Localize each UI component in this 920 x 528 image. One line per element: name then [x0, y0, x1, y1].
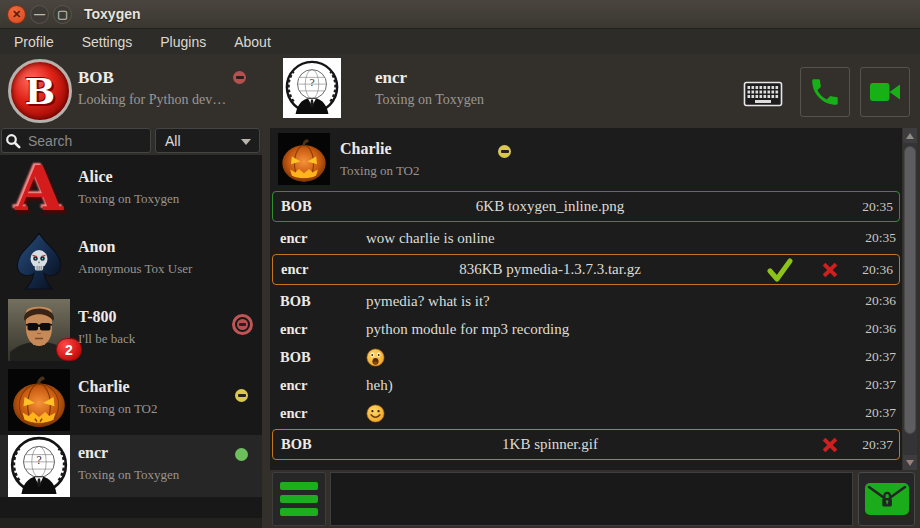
message-time: 20:37	[850, 405, 896, 421]
charlie-avatar	[8, 369, 70, 431]
video-camera-icon	[867, 74, 903, 110]
keyboard-icon	[743, 81, 783, 111]
file-transfer-label: 1KB spinner.gif	[367, 436, 733, 453]
chat-scrollbar[interactable]	[903, 128, 917, 470]
svg-text:?: ?	[36, 454, 42, 466]
message-sender: BOB	[280, 293, 366, 310]
filter-row: All	[0, 128, 262, 155]
search-input[interactable]	[1, 128, 151, 153]
alice-avatar: A	[8, 159, 70, 221]
attachment-menu-button[interactable]	[272, 472, 326, 526]
message-input[interactable]	[330, 472, 853, 526]
contact-filter-value: All	[165, 133, 181, 149]
message-time: 20:37	[850, 377, 896, 393]
toxygen-window: ✕ — ▢ Toxygen Profile Settings Plugins A…	[0, 0, 920, 528]
self-avatar-letter: B	[25, 70, 55, 112]
contact-status-message: Toxing on TO2	[78, 401, 158, 417]
peer-name: Charlie	[340, 140, 392, 158]
send-button[interactable]	[858, 472, 915, 526]
scroll-down-icon[interactable]	[903, 455, 917, 470]
message-text: pymedia? what is it?	[366, 293, 850, 310]
contact-name: Alice	[78, 168, 113, 186]
message-row: encr python module for mp3 recording 20:…	[270, 315, 902, 343]
minimize-icon[interactable]: —	[30, 5, 49, 24]
window-title: Toxygen	[84, 6, 141, 22]
message-row: encr wow charlie is online 20:35	[270, 224, 902, 252]
message-sender: BOB	[280, 349, 366, 366]
menu-plugins[interactable]: Plugins	[146, 34, 220, 50]
away-status-icon	[498, 145, 511, 158]
contact-status-message: Toxing on Toxygen	[78, 467, 179, 483]
message-text: python module for mp3 recording	[366, 321, 850, 338]
pumpkin-icon	[278, 133, 330, 185]
phone-icon	[808, 75, 842, 109]
self-status-message[interactable]: Looking for Python dev…	[78, 92, 226, 108]
contact-item-alice[interactable]: A Alice Toxing on Toxygen	[0, 155, 262, 225]
cancel-transfer-icon[interactable]	[819, 434, 841, 456]
peer-status-message: Toxing on TO2	[340, 163, 420, 179]
list-footer	[0, 518, 262, 528]
file-transfer-row: BOB 1KB spinner.gif 20:37	[272, 429, 900, 460]
pumpkin-icon	[8, 369, 70, 431]
encr-avatar: ?	[8, 435, 70, 497]
smile-smiley-icon	[366, 404, 385, 423]
scroll-up-icon[interactable]	[903, 128, 917, 143]
message-sender: encr	[280, 377, 366, 394]
header: B BOB Looking for Python dev… ? encr	[0, 54, 920, 128]
contact-status-message: Toxing on Toxygen	[78, 191, 179, 207]
file-transfer-row: BOB 6KB toxygen_inline.png 20:35	[272, 191, 900, 222]
message-row: encr heh) 20:37	[270, 371, 902, 399]
message-sender: encr	[281, 261, 367, 278]
message-sender: encr	[280, 321, 366, 338]
message-time: 20:37	[847, 437, 893, 453]
maximize-icon[interactable]: ▢	[53, 5, 72, 24]
contact-name: Anon	[78, 238, 115, 256]
contact-item-charlie[interactable]: Charlie Toxing on TO2	[0, 365, 262, 435]
contact-name: T-800	[78, 308, 117, 326]
close-icon[interactable]: ✕	[7, 5, 26, 24]
menu-settings[interactable]: Settings	[68, 34, 147, 50]
spade-skull-icon	[8, 229, 70, 291]
menu-about[interactable]: About	[220, 34, 285, 50]
message-time: 20:35	[847, 199, 893, 215]
encrypted-send-icon	[864, 482, 910, 516]
contact-list: A Alice Toxing on Toxygen	[0, 155, 262, 528]
hamburger-menu-icon	[280, 482, 318, 490]
self-busy-status-icon[interactable]	[233, 71, 246, 84]
contact-item-anon[interactable]: Anon Anonymous Tox User	[0, 225, 262, 295]
charlie-avatar	[278, 133, 330, 185]
search-box	[0, 128, 153, 155]
message-time: 20:37	[850, 349, 896, 365]
file-transfer-row: encr 836KB pymedia-1.3.7.3.tar.gz 20:36	[272, 254, 900, 285]
message-sender: BOB	[281, 436, 367, 453]
anonymous-mask-icon: ?	[283, 58, 341, 118]
menu-bar: Profile Settings Plugins About	[0, 29, 920, 54]
accept-transfer-icon[interactable]	[767, 258, 793, 282]
message-row: encr 20:37	[270, 399, 902, 427]
file-transfer-label: 6KB toxygen_inline.png	[367, 198, 733, 215]
audio-call-button[interactable]	[800, 67, 850, 117]
self-avatar[interactable]: B	[8, 59, 72, 123]
menu-profile[interactable]: Profile	[0, 34, 68, 50]
decline-transfer-icon[interactable]	[819, 259, 841, 281]
message-text: wow charlie is online	[366, 230, 850, 247]
contact-filter-dropdown[interactable]: All	[155, 128, 260, 153]
self-name[interactable]: BOB	[78, 68, 114, 88]
active-chat-avatar: ?	[283, 58, 341, 118]
contact-item-t800[interactable]: 2 T-800 I'll be back	[0, 295, 262, 365]
active-chat-status-message: Toxing on Toxygen	[375, 92, 484, 108]
caret-down-icon	[241, 139, 251, 145]
astonished-smiley-icon	[366, 348, 385, 367]
message-time: 20:36	[850, 293, 896, 309]
message-sender: encr	[280, 230, 366, 247]
message-row: BOB 20:37	[270, 343, 902, 371]
message-sender: encr	[280, 405, 366, 422]
contact-item-encr[interactable]: ? encr Toxing on Toxygen	[0, 435, 262, 497]
scrollbar-thumb[interactable]	[904, 146, 916, 434]
anonymous-mask-icon: ?	[8, 435, 70, 497]
video-call-button[interactable]	[860, 67, 910, 117]
message-time: 20:36	[847, 262, 893, 278]
message-time: 20:36	[850, 321, 896, 337]
svg-text:?: ?	[309, 77, 314, 88]
contact-status-message: Anonymous Tox User	[78, 261, 192, 277]
